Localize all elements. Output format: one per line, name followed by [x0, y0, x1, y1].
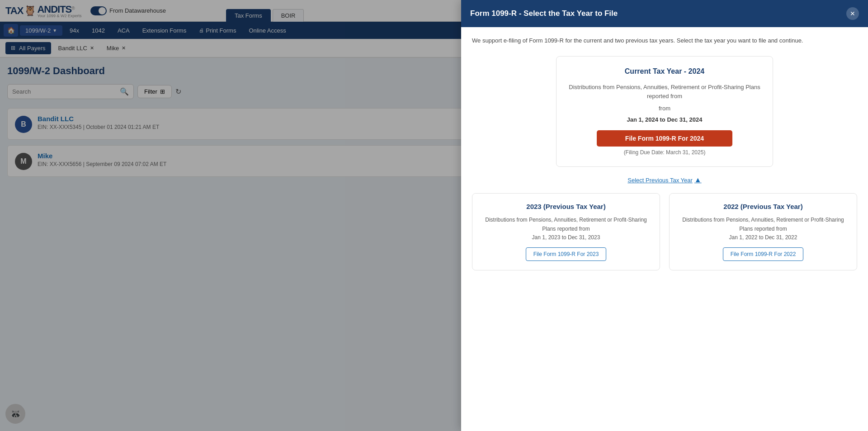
current-year-card: Current Tax Year - 2024 Distributions fr… [556, 56, 773, 167]
prev-year-title-2023: 2023 (Previous Tax Year) [481, 203, 651, 210]
file-2022-button[interactable]: File Form 1099-R For 2022 [723, 247, 804, 261]
prev-year-card-2023: 2023 (Previous Tax Year) Distributions f… [472, 193, 660, 270]
prev-desc-text-2023: Distributions from Pensions, Annuities, … [485, 217, 647, 232]
modal-title: Form 1099-R - Select the Tax Year to Fil… [470, 9, 618, 18]
filing-due-date: (Filing Due Date: March 31, 2025) [567, 149, 762, 156]
prev-desc-text-2022: Distributions from Pensions, Annuities, … [682, 217, 844, 232]
previous-years-grid: 2023 (Previous Tax Year) Distributions f… [472, 193, 857, 270]
select-previous-link[interactable]: Select Previous Tax Year ▲ [627, 176, 701, 184]
select-previous-row[interactable]: Select Previous Tax Year ▲ [472, 176, 857, 185]
select-previous-label: Select Previous Tax Year [627, 177, 693, 184]
modal-header: Form 1099-R - Select the Tax Year to Fil… [461, 0, 868, 27]
modal-body: We support e-filing of Form 1099-R for t… [461, 27, 868, 431]
current-year-title: Current Tax Year - 2024 [567, 67, 762, 76]
file-2023-button[interactable]: File Form 1099-R For 2023 [526, 247, 607, 261]
current-year-date-range: Jan 1, 2024 to Dec 31, 2024 [567, 116, 762, 123]
prev-year-desc-2023: Distributions from Pensions, Annuities, … [481, 216, 651, 242]
prev-year-card-2022: 2022 (Previous Tax Year) Distributions f… [669, 193, 857, 270]
prev-year-desc-2022: Distributions from Pensions, Annuities, … [679, 216, 848, 242]
current-year-desc: Distributions from Pensions, Annuities, … [567, 83, 762, 102]
file-2024-button[interactable]: File Form 1099-R For 2024 [597, 130, 732, 147]
prev-date-range-2022: Jan 1, 2022 to Dec 31, 2022 [729, 234, 797, 241]
chevron-up-icon: ▲ [694, 176, 702, 184]
prev-date-range-2023: Jan 1, 2023 to Dec 31, 2023 [532, 234, 600, 241]
prev-year-title-2022: 2022 (Previous Tax Year) [679, 203, 848, 210]
modal-close-button[interactable]: ✕ [846, 7, 859, 20]
modal-tax-year: Form 1099-R - Select the Tax Year to Fil… [461, 0, 868, 431]
modal-subtitle: We support e-filing of Form 1099-R for t… [472, 36, 857, 45]
